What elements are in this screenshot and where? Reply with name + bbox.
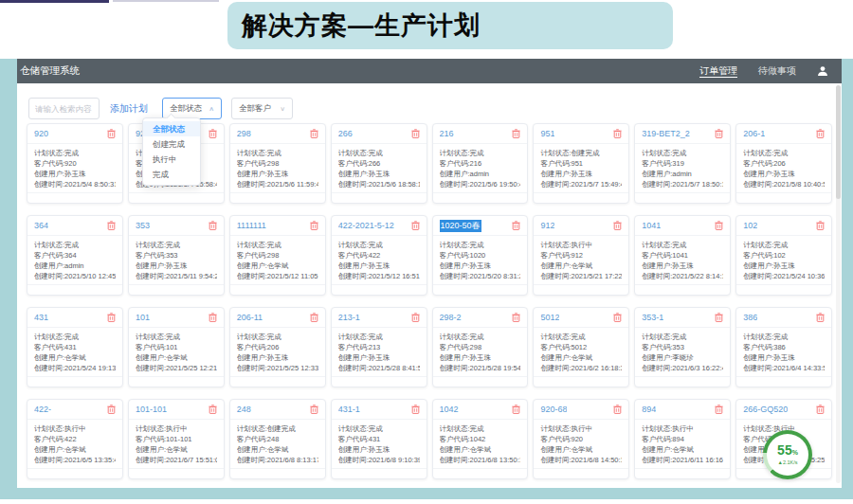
plan-id[interactable]: 1020-50春	[440, 220, 481, 232]
plan-card[interactable]: 5012 计划状态:完成 客户代码:5012 创建用户:仓学斌 创建时间:202…	[533, 307, 629, 387]
plan-id[interactable]: 431-1	[338, 405, 360, 414]
plan-id[interactable]: 364	[34, 221, 48, 230]
plan-card[interactable]: 266 计划状态:完成 客户代码:266 创建用户:孙玉珠 创建时间:2021/…	[331, 123, 427, 204]
delete-icon[interactable]	[310, 221, 318, 230]
delete-icon[interactable]	[209, 313, 217, 322]
dropdown-option[interactable]: 全部状态	[143, 121, 200, 136]
plan-id[interactable]: 266	[338, 129, 353, 138]
plan-card[interactable]: 364 计划状态:完成 客户代码:364 创建用户:admin 创建时间:202…	[27, 215, 123, 296]
delete-icon[interactable]	[512, 313, 520, 322]
plan-card[interactable]: 102 计划状态:完成 客户代码:102 创建用户:孙玉珠 创建时间:2021/…	[735, 215, 832, 296]
plan-id[interactable]: 920-68	[540, 405, 567, 414]
plan-id[interactable]: 1111111	[237, 221, 266, 230]
search-input[interactable]	[28, 98, 100, 119]
delete-icon[interactable]	[816, 129, 825, 138]
delete-icon[interactable]	[613, 405, 622, 414]
plan-id[interactable]: 353	[136, 221, 150, 230]
plan-id[interactable]: 298-2	[440, 313, 462, 322]
plan-id[interactable]: 206-11	[237, 313, 263, 322]
plan-id[interactable]: 213-1	[338, 313, 360, 322]
plan-card[interactable]: 920 计划状态:完成 客户代码:920 创建用户:孙玉珠 创建时间:2021/…	[27, 123, 123, 204]
plan-id[interactable]: 920	[34, 129, 48, 138]
plan-id[interactable]: 431	[34, 313, 48, 322]
plan-card[interactable]: 298-2 计划状态:完成 客户代码:298 创建用户:孙玉珠 创建时间:202…	[432, 307, 529, 387]
delete-icon[interactable]	[411, 221, 420, 230]
delete-icon[interactable]	[816, 405, 825, 414]
plan-id[interactable]: 1042	[440, 405, 459, 414]
plan-id[interactable]: 101-101	[136, 405, 167, 414]
plan-card[interactable]: 353-1 计划状态:完成 客户代码:353 创建用户:李晓珍 创建时间:202…	[634, 307, 731, 387]
plan-id[interactable]: 5012	[540, 313, 559, 322]
plan-id[interactable]: 216	[440, 129, 454, 138]
plan-id[interactable]: 422-	[34, 405, 51, 414]
plan-card[interactable]: 206-1 计划状态:完成 客户代码:206 创建用户:孙玉珠 创建时间:202…	[735, 123, 832, 204]
plan-card[interactable]: 1042 计划状态:完成 客户代码:1042 创建用户:仓学斌 创建时间:202…	[432, 399, 529, 479]
plan-card[interactable]: 206-11 计划状态:完成 客户代码:206 创建用户:孙玉珠 创建时间:20…	[229, 307, 326, 387]
delete-icon[interactable]	[209, 221, 217, 230]
delete-icon[interactable]	[107, 221, 116, 230]
scrollbar-thumb[interactable]	[836, 85, 841, 199]
plan-id[interactable]: 386	[743, 313, 757, 322]
delete-icon[interactable]	[310, 405, 318, 414]
plan-card[interactable]: 353 计划状态:完成 客户代码:353 创建用户:孙玉珠 创建时间:2021/…	[128, 215, 225, 296]
plan-id[interactable]: 319-BET2_2	[642, 129, 690, 138]
plan-card[interactable]: 298 计划状态:完成 客户代码:298 创建用户:孙玉珠 创建时间:2021/…	[229, 123, 326, 204]
delete-icon[interactable]	[411, 405, 420, 414]
delete-icon[interactable]	[411, 129, 420, 138]
plan-id[interactable]: 912	[540, 221, 554, 230]
delete-icon[interactable]	[715, 405, 723, 414]
plan-id[interactable]: 298	[237, 129, 251, 138]
delete-icon[interactable]	[816, 221, 825, 230]
plan-id[interactable]: 894	[642, 405, 656, 414]
delete-icon[interactable]	[613, 313, 622, 322]
delete-icon[interactable]	[816, 313, 825, 322]
plan-card[interactable]: 422- 计划状态:执行中 客户代码:422 创建用户:仓学斌 创建时间:202…	[27, 399, 123, 479]
plan-card[interactable]: 101 计划状态:完成 客户代码:101 创建用户:仓学斌 创建时间:2021/…	[128, 307, 225, 387]
plan-card[interactable]: 1111111 计划状态:完成 客户代码:298 创建用户:仓学斌 创建时间:2…	[229, 215, 326, 296]
scrollbar[interactable]	[836, 85, 841, 483]
delete-icon[interactable]	[310, 129, 318, 138]
plan-id[interactable]: 951	[540, 129, 554, 138]
plan-card[interactable]: 894 计划状态:执行中 客户代码:894 创建用户:仓学斌 创建时间:2021…	[634, 399, 731, 479]
plan-card[interactable]: 920-68 计划状态:执行中 客户代码:920 创建用户:仓学斌 创建时间:2…	[533, 399, 629, 479]
delete-icon[interactable]	[411, 313, 420, 322]
delete-icon[interactable]	[107, 129, 116, 138]
plan-id[interactable]: 266-GQ520	[743, 405, 788, 414]
delete-icon[interactable]	[512, 221, 520, 230]
customer-select[interactable]: 全部客户 ∨	[231, 98, 293, 119]
dropdown-option[interactable]: 执行中	[143, 152, 200, 167]
plan-card[interactable]: 912 计划状态:执行中 客户代码:912 创建用户:仓学斌 创建时间:2021…	[533, 215, 629, 296]
delete-icon[interactable]	[613, 221, 622, 230]
plan-card[interactable]: 431-1 计划状态:完成 客户代码:431 创建用户:孙玉珠 创建时间:202…	[331, 399, 427, 479]
delete-icon[interactable]	[715, 313, 723, 322]
dropdown-option[interactable]: 完成	[143, 167, 200, 182]
nav-order-management[interactable]: 订单管理	[699, 64, 737, 78]
plan-id[interactable]: 102	[743, 221, 757, 230]
plan-card[interactable]: 216 计划状态:完成 客户代码:216 创建用户:admin 创建时间:202…	[432, 123, 529, 204]
plan-card[interactable]: 1041 计划状态:完成 客户代码:1041 创建用户:孙玉珠 创建时间:202…	[634, 215, 731, 296]
add-plan-button[interactable]: 添加计划	[110, 102, 148, 116]
delete-icon[interactable]	[107, 313, 116, 322]
plan-id[interactable]: 353-1	[642, 313, 663, 322]
plan-card[interactable]: 431 计划状态:完成 客户代码:431 创建用户:仓学斌 创建时间:2021/…	[27, 307, 123, 387]
delete-icon[interactable]	[512, 129, 520, 138]
delete-icon[interactable]	[715, 221, 723, 230]
plan-card[interactable]: 213-1 计划状态:完成 客户代码:213 创建用户:孙玉珠 创建时间:202…	[331, 307, 427, 387]
delete-icon[interactable]	[107, 405, 116, 414]
plan-id[interactable]: 206-1	[743, 129, 765, 138]
plan-card[interactable]: 951 计划状态:创建完成 客户代码:951 创建用户:孙玉珠 创建时间:202…	[533, 123, 629, 204]
nav-todo-items[interactable]: 待做事项	[758, 64, 796, 78]
plan-card[interactable]: 319-BET2_2 计划状态:完成 客户代码:319 创建用户:admin 创…	[634, 123, 731, 204]
plan-id[interactable]: 248	[237, 405, 251, 414]
plan-id[interactable]: 422-2021-5-12	[338, 221, 394, 230]
plan-card[interactable]: 386 计划状态:完成 客户代码:386 创建用户:孙玉珠 创建时间:2021/…	[735, 307, 832, 387]
plan-id[interactable]: 1041	[642, 221, 661, 230]
plan-card[interactable]: 422-2021-5-12 计划状态:完成 客户代码:422 创建用户:孙玉珠 …	[331, 215, 427, 296]
plan-card[interactable]: 248 计划状态:创建完成 客户代码:248 创建用户:仓学斌 创建时间:202…	[229, 399, 326, 479]
delete-icon[interactable]	[209, 129, 217, 138]
delete-icon[interactable]	[512, 405, 520, 414]
delete-icon[interactable]	[613, 129, 622, 138]
delete-icon[interactable]	[310, 313, 318, 322]
plan-card[interactable]: 101-101 计划状态:执行中 客户代码:101-101 创建用户:仓学斌 创…	[128, 399, 225, 479]
user-icon[interactable]	[817, 65, 828, 77]
